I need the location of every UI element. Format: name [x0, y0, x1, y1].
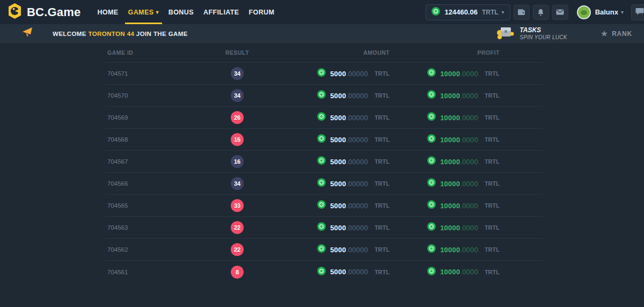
amount-cell: 5000.00000 TRTL — [257, 112, 390, 123]
rank-label: RANK — [612, 30, 632, 38]
nav-item-affiliate[interactable]: AFFILIATE — [199, 0, 244, 24]
coin-icon — [317, 68, 326, 79]
notifications-button[interactable] — [533, 5, 549, 20]
rank-widget[interactable]: ★ RANK — [601, 30, 632, 38]
profit-int: 10000 — [440, 180, 460, 188]
bet-history-table: GAME ID RESULT AMOUNT PROFIT 704571 34 5… — [105, 43, 543, 283]
profit-int: 10000 — [440, 224, 460, 232]
nav-item-bonus[interactable]: BONUS — [164, 0, 199, 24]
nav-item-label: BONUS — [169, 9, 194, 16]
game-id: 704562 — [105, 246, 218, 253]
profit-int: 10000 — [440, 202, 460, 210]
coin-icon — [427, 134, 436, 145]
star-icon: ★ — [601, 30, 608, 38]
table-row[interactable]: 704567 16 5000.00000 TRTL — [105, 151, 543, 173]
profit-currency: TRTL — [485, 246, 500, 253]
user-menu[interactable]: Balunx ▾ — [577, 5, 624, 19]
amount-cell: 5000.00000 TRTL — [257, 200, 390, 211]
welcome-message: WELCOME TORONTON 44 JOIN THE GAME — [21, 27, 188, 40]
coin-icon — [427, 178, 436, 189]
announcement-bar: WELCOME TORONTON 44 JOIN THE GAME TASKS … — [0, 24, 644, 43]
amount-int: 5000 — [330, 158, 346, 166]
amount-cell: 5000.00000 TRTL — [257, 222, 390, 233]
nav-item-home[interactable]: HOME — [92, 0, 123, 24]
tasks-subtitle: SPIN YOUR LUCK — [519, 34, 567, 41]
amount-int: 5000 — [330, 180, 346, 188]
table-row[interactable]: 704566 34 5000.00000 TRTL — [105, 173, 543, 195]
amount-int: 5000 — [330, 246, 346, 254]
amount-currency: TRTL — [375, 180, 390, 187]
amount-value: 5000.00000 — [330, 246, 368, 254]
nav-item-forum[interactable]: FORUM — [244, 0, 280, 24]
amount-value: 5000.00000 — [330, 70, 368, 78]
amount-cell: 5000.00000 TRTL — [257, 134, 390, 145]
chat-button[interactable]: 10 — [631, 4, 644, 20]
coin-icon — [317, 178, 326, 189]
table-row[interactable]: 704562 22 5000.00000 TRTL — [105, 239, 543, 261]
amount-value: 5000.00000 — [330, 92, 368, 100]
main-content: GAME ID RESULT AMOUNT PROFIT 704571 34 5… — [0, 43, 644, 283]
amount-currency: TRTL — [375, 114, 390, 121]
profit-value: 10000.0000 — [440, 224, 478, 232]
amount-currency: TRTL — [375, 158, 390, 165]
result-badge: 16 — [231, 155, 244, 168]
profit-dec: .0000 — [460, 136, 478, 144]
amount-value: 5000.00000 — [330, 114, 368, 122]
profit-dec: .0000 — [460, 224, 478, 232]
table-row[interactable]: 704571 34 5000.00000 TRTL — [105, 63, 543, 85]
profit-cell: 10000.0000 TRTL — [390, 134, 500, 145]
game-id: 704565 — [105, 202, 218, 209]
nav-item-label: FORUM — [249, 9, 275, 16]
table-row[interactable]: 704569 26 5000.00000 TRTL — [105, 107, 543, 129]
amount-cell: 5000.00000 TRTL — [257, 267, 390, 277]
profit-cell: 10000.0000 TRTL — [390, 112, 500, 123]
result-cell: 34 — [218, 89, 257, 102]
table-row[interactable]: 704565 33 5000.00000 TRTL — [105, 195, 543, 217]
table-row[interactable]: 704561 8 5000.00000 TRTL — [105, 261, 543, 283]
messages-button[interactable] — [552, 5, 568, 20]
profit-cell: 10000.0000 TRTL — [390, 90, 500, 101]
amount-int: 5000 — [330, 202, 346, 210]
result-badge: 8 — [231, 266, 244, 279]
tasks-widget[interactable]: TASKS SPIN YOUR LUCK — [496, 25, 567, 42]
header-result: RESULT — [218, 49, 257, 56]
profit-int: 10000 — [440, 246, 460, 254]
nav-item-games[interactable]: GAMES ▾ — [123, 0, 164, 24]
wallet-button[interactable] — [514, 5, 530, 20]
result-cell: 34 — [218, 177, 257, 190]
profit-value: 10000.0000 — [440, 136, 478, 144]
balance-selector[interactable]: 124460.06 TRTL ▾ — [426, 4, 510, 20]
result-badge: 22 — [231, 243, 244, 256]
coin-icon — [317, 90, 326, 101]
game-id: 704570 — [105, 92, 218, 99]
main-nav: HOME GAMES ▾ BONUS AFFILIATE FORUM — [92, 0, 279, 24]
welcome-text: WELCOME TORONTON 44 JOIN THE GAME — [53, 31, 188, 37]
coin-icon — [427, 200, 436, 211]
table-row[interactable]: 704563 22 5000.00000 TRTL — [105, 217, 543, 239]
result-cell: 26 — [218, 111, 257, 124]
profit-cell: 10000.0000 TRTL — [390, 200, 500, 211]
amount-dec: .00000 — [346, 92, 368, 100]
profit-currency: TRTL — [485, 180, 500, 187]
profit-value: 10000.0000 — [440, 92, 478, 100]
profit-cell: 10000.0000 TRTL — [390, 156, 500, 167]
amount-dec: .00000 — [346, 158, 368, 166]
amount-dec: .00000 — [346, 136, 368, 144]
table-row[interactable]: 704568 15 5000.00000 TRTL — [105, 129, 543, 151]
brand-logo[interactable]: BC.Game — [8, 3, 80, 21]
amount-value: 5000.00000 — [330, 224, 368, 232]
avatar — [577, 5, 591, 19]
amount-int: 5000 — [330, 70, 346, 78]
profit-dec: .0000 — [460, 268, 478, 276]
result-badge: 33 — [231, 199, 244, 212]
table-row[interactable]: 704570 34 5000.00000 TRTL — [105, 85, 543, 107]
amount-currency: TRTL — [375, 246, 390, 253]
amount-int: 5000 — [330, 114, 346, 122]
top-navbar: BC.Game HOME GAMES ▾ BONUS AFFILIATE FOR… — [0, 0, 644, 24]
profit-int: 10000 — [440, 136, 460, 144]
result-cell: 22 — [218, 221, 257, 234]
coin-icon — [317, 222, 326, 233]
amount-currency: TRTL — [375, 224, 390, 231]
result-cell: 33 — [218, 199, 257, 212]
profit-value: 10000.0000 — [440, 246, 478, 254]
